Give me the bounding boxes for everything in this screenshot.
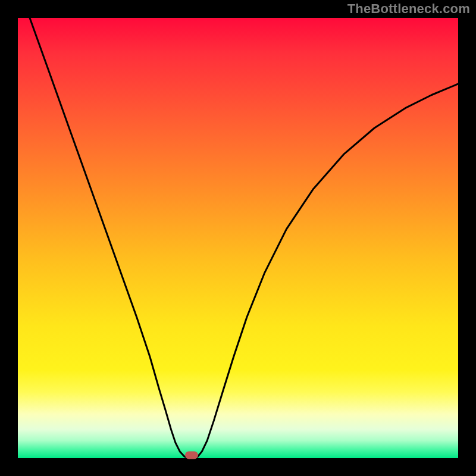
bottleneck-curve	[18, 18, 458, 458]
curve-path	[30, 18, 458, 458]
optimum-marker	[185, 451, 198, 459]
plot-area	[18, 18, 458, 458]
watermark-text: TheBottleneck.com	[347, 1, 470, 17]
chart-frame: TheBottleneck.com	[0, 0, 476, 476]
